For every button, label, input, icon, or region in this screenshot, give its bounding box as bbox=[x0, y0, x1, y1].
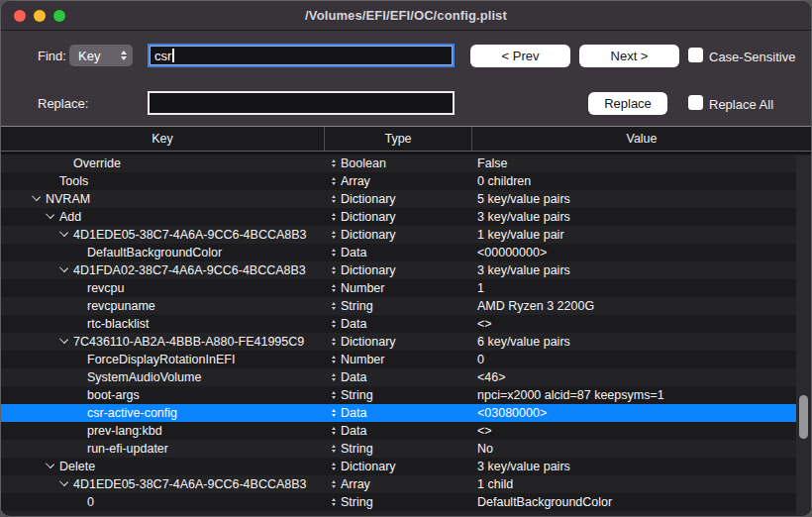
type-cell[interactable]: Data bbox=[325, 244, 472, 261]
disclosure-chevron-icon[interactable] bbox=[59, 263, 68, 272]
type-cell[interactable]: Number bbox=[325, 351, 472, 368]
value-cell[interactable]: 5 key/value pairs bbox=[472, 190, 811, 208]
value-cell[interactable]: <03080000> bbox=[472, 404, 811, 422]
type-cell[interactable]: Number bbox=[325, 279, 472, 297]
key-cell: Override bbox=[1, 155, 325, 172]
table-row[interactable]: SystemAudioVolume Data <46> bbox=[1, 368, 811, 386]
key-label: 4D1FDA02-38C7-4A6A-9CC6-4BCCA8B3 bbox=[73, 263, 306, 277]
type-label: Dictionary bbox=[341, 228, 396, 242]
table-row[interactable]: prev-lang:kbd Data <> bbox=[1, 422, 811, 440]
table-row[interactable]: revcpuname String AMD Ryzen 3 2200G bbox=[1, 297, 811, 315]
disclosure-chevron-icon[interactable] bbox=[59, 477, 68, 486]
table-row[interactable]: csr-active-config Data <03080000> bbox=[1, 404, 811, 422]
table-row[interactable]: Override Boolean False bbox=[1, 155, 811, 172]
disclosure-chevron-icon[interactable] bbox=[59, 335, 68, 344]
table-row[interactable]: DefaultBackgroundColor Data <00000000> bbox=[1, 244, 811, 261]
value-cell[interactable]: AMD Ryzen 3 2200G bbox=[472, 297, 811, 315]
disclosure-chevron-icon[interactable] bbox=[59, 228, 68, 237]
close-window-button[interactable] bbox=[14, 10, 26, 22]
type-cell[interactable]: Data bbox=[325, 368, 472, 386]
disclosure-chevron-icon[interactable] bbox=[46, 460, 54, 468]
type-label: String bbox=[341, 388, 373, 402]
value-cell[interactable]: <46> bbox=[472, 368, 811, 386]
type-cell[interactable]: String bbox=[325, 297, 472, 315]
value-cell[interactable]: DefaultBackgroundColor bbox=[472, 493, 811, 511]
search-scope-dropdown[interactable]: Key bbox=[69, 45, 133, 66]
key-label: Tools bbox=[59, 174, 88, 188]
titlebar[interactable]: /Volumes/EFI/EFI/OC/config.plist bbox=[1, 1, 811, 31]
table-row[interactable]: 4D1FDA02-38C7-4A6A-9CC6-4BCCA8B3 Diction… bbox=[1, 261, 811, 279]
table-row[interactable]: 4D1EDE05-38C7-4A6A-9CC6-4BCCA8B3 Diction… bbox=[1, 226, 811, 244]
value-cell[interactable]: <> bbox=[472, 422, 811, 440]
value-cell[interactable]: False bbox=[472, 155, 811, 172]
type-label: Number bbox=[341, 353, 384, 366]
value-cell[interactable]: 3 key/value pairs bbox=[472, 261, 811, 279]
replace-all-checkbox[interactable] bbox=[688, 95, 703, 110]
type-cell[interactable]: String bbox=[325, 440, 472, 458]
table-row[interactable]: Delete Dictionary 3 key/value pairs bbox=[1, 458, 811, 475]
value-label: 5 key/value pairs bbox=[477, 192, 570, 206]
value-cell[interactable]: 1 bbox=[472, 279, 811, 297]
type-cell[interactable]: Dictionary bbox=[325, 333, 472, 351]
type-cell[interactable]: String bbox=[325, 386, 472, 404]
disclosure-chevron-icon[interactable] bbox=[32, 192, 41, 201]
next-button[interactable]: Next > bbox=[579, 45, 679, 67]
value-cell[interactable]: No bbox=[472, 440, 811, 458]
table-row[interactable]: 0 String DefaultBackgroundColor bbox=[1, 493, 811, 511]
type-cell[interactable]: Dictionary bbox=[325, 208, 472, 226]
key-cell: rtc-blacklist bbox=[1, 315, 325, 333]
vertical-scrollbar[interactable] bbox=[796, 155, 811, 515]
type-cell[interactable]: Dictionary bbox=[325, 261, 472, 279]
value-label: npci=x2000 alcid=87 keepsyms=1 bbox=[477, 388, 664, 402]
value-cell[interactable]: 6 key/value pairs bbox=[472, 333, 811, 351]
type-cell[interactable]: Dictionary bbox=[325, 226, 472, 244]
type-label: Data bbox=[341, 406, 366, 420]
key-label: 7C436110-AB2A-4BBB-A880-FE41995C9 bbox=[73, 335, 304, 349]
type-cell[interactable]: Data bbox=[325, 422, 472, 440]
table-row[interactable]: 7C436110-AB2A-4BBB-A880-FE41995C9 Dictio… bbox=[1, 333, 811, 351]
value-cell[interactable]: 1 key/value pair bbox=[472, 226, 811, 244]
replace-button[interactable]: Replace bbox=[588, 92, 667, 115]
type-label: Dictionary bbox=[341, 263, 396, 277]
type-cell[interactable]: Dictionary bbox=[325, 190, 472, 208]
prev-button[interactable]: < Prev bbox=[470, 45, 570, 67]
type-cell[interactable]: String bbox=[325, 493, 472, 511]
table-row[interactable]: rtc-blacklist Data <> bbox=[1, 315, 811, 333]
value-cell[interactable]: <00000000> bbox=[472, 244, 811, 261]
table-row[interactable]: Add Dictionary 3 key/value pairs bbox=[1, 208, 811, 226]
scrollbar-thumb[interactable] bbox=[799, 395, 808, 439]
value-label: AMD Ryzen 3 2200G bbox=[477, 299, 594, 313]
value-cell[interactable]: 0 children bbox=[472, 172, 811, 190]
type-popup-arrows-icon bbox=[332, 159, 336, 167]
key-cell: revcpu bbox=[1, 279, 325, 297]
table-row[interactable]: run-efi-updater String No bbox=[1, 440, 811, 458]
type-cell[interactable]: Array bbox=[325, 475, 472, 493]
table-row[interactable]: Tools Array 0 children bbox=[1, 172, 811, 190]
column-header-type[interactable]: Type bbox=[325, 127, 472, 151]
value-cell[interactable]: <> bbox=[472, 315, 811, 333]
zoom-window-button[interactable] bbox=[53, 10, 65, 22]
disclosure-chevron-icon[interactable] bbox=[46, 210, 54, 219]
table-row[interactable]: boot-args String npci=x2000 alcid=87 kee… bbox=[1, 386, 811, 404]
case-sensitive-checkbox[interactable] bbox=[688, 48, 703, 62]
type-cell[interactable]: Boolean bbox=[325, 155, 472, 172]
replace-input[interactable] bbox=[148, 91, 455, 115]
type-cell[interactable]: Data bbox=[325, 404, 472, 422]
minimize-window-button[interactable] bbox=[34, 10, 46, 22]
type-cell[interactable]: Array bbox=[325, 172, 472, 190]
value-cell[interactable]: npci=x2000 alcid=87 keepsyms=1 bbox=[472, 386, 811, 404]
value-cell[interactable]: 1 child bbox=[472, 475, 811, 493]
table-row[interactable]: 4D1EDE05-38C7-4A6A-9CC6-4BCCA8B3 Array 1… bbox=[1, 475, 811, 493]
value-cell[interactable]: 3 key/value pairs bbox=[472, 208, 811, 226]
column-header-value[interactable]: Value bbox=[472, 127, 811, 151]
table-row[interactable]: NVRAM Dictionary 5 key/value pairs bbox=[1, 190, 811, 208]
value-cell[interactable]: 0 bbox=[472, 351, 811, 368]
value-label: <> bbox=[477, 317, 492, 331]
type-cell[interactable]: Data bbox=[325, 315, 472, 333]
find-input[interactable]: csr bbox=[148, 44, 455, 67]
column-header-key[interactable]: Key bbox=[1, 127, 325, 151]
type-cell[interactable]: Dictionary bbox=[325, 458, 472, 475]
table-row[interactable]: revcpu Number 1 bbox=[1, 279, 811, 297]
table-row[interactable]: ForceDisplayRotationInEFI Number 0 bbox=[1, 351, 811, 368]
value-cell[interactable]: 3 key/value pairs bbox=[472, 458, 811, 475]
